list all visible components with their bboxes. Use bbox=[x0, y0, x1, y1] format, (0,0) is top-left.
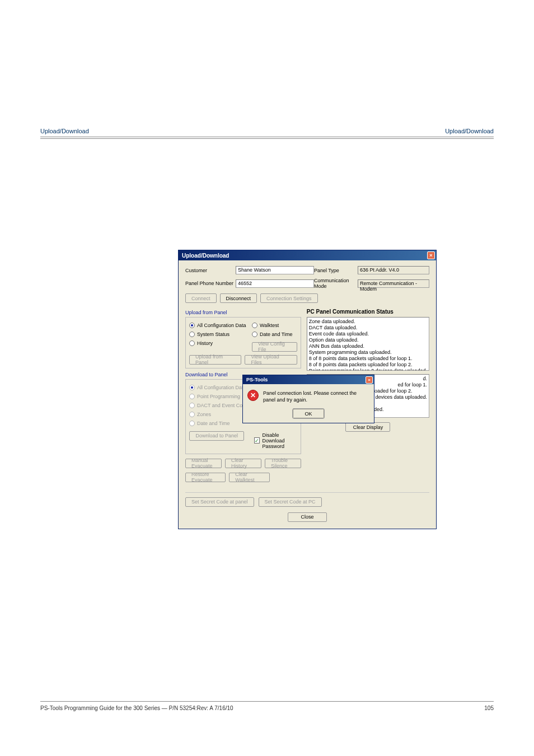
status-line: Event code data uploaded. bbox=[309, 331, 427, 337]
page-header: Upload/Download Upload/Download bbox=[40, 128, 494, 149]
radio-download-date-time bbox=[189, 421, 195, 426]
radio-download-date-time-label: Date and Time bbox=[197, 421, 230, 426]
restore-evacuate-button: Restore Evacuate bbox=[185, 473, 226, 482]
comm-mode-label: Communication Mode bbox=[314, 278, 358, 289]
close-button[interactable]: Close bbox=[288, 512, 327, 522]
view-config-file-button: View Config File bbox=[252, 342, 297, 352]
radio-history-label: History bbox=[197, 340, 213, 346]
radio-point-programming bbox=[189, 394, 195, 399]
panel-type-label: Panel Type bbox=[314, 268, 358, 273]
connection-settings-button: Connection Settings bbox=[260, 293, 318, 303]
window-title: Upload/Download bbox=[182, 253, 229, 259]
status-line: Zone data uploaded. bbox=[309, 319, 427, 325]
clear-walktest-button: Clear Walktest bbox=[229, 473, 269, 482]
manual-evacuate-button: Manual Evacuate bbox=[185, 459, 222, 468]
radio-system-status-label: System Status bbox=[197, 332, 229, 337]
upload-section-title: Upload from Panel bbox=[185, 310, 301, 315]
view-upload-files-button: View Upload Files bbox=[245, 355, 297, 365]
header-right: Upload/Download bbox=[445, 128, 494, 134]
upload-from-panel-button: Upload from Panel bbox=[189, 355, 241, 365]
radio-system-status[interactable] bbox=[189, 332, 195, 337]
messagebox-text: Panel connection lost. Please connect th… bbox=[263, 390, 369, 403]
status-box-1[interactable]: Zone data uploaded. DACT data uploaded. … bbox=[307, 317, 429, 371]
customer-label: Customer bbox=[185, 268, 236, 273]
radio-upload-date-time-label: Date and Time bbox=[260, 332, 293, 337]
comm-mode-value: Remote Communication - Modem bbox=[358, 279, 429, 288]
status-line: ANN Bus data uploaded. bbox=[309, 343, 427, 349]
radio-point-programming-label: Point Programming bbox=[197, 394, 240, 399]
download-to-panel-button: Download to Panel bbox=[189, 431, 244, 441]
radio-zones bbox=[189, 412, 195, 417]
phone-value: 46552 bbox=[236, 279, 314, 288]
clear-history-button: Clear History bbox=[225, 459, 261, 468]
page-footer: PS-Tools Programming Guide for the 300 S… bbox=[40, 701, 494, 711]
connect-button: Connect bbox=[185, 293, 217, 303]
set-secret-code-panel-button: Set Secret Code at panel bbox=[185, 497, 254, 507]
footer-right: 105 bbox=[484, 705, 494, 711]
radio-walktest[interactable] bbox=[252, 323, 257, 328]
radio-history[interactable] bbox=[189, 340, 195, 346]
radio-all-config-download bbox=[189, 385, 195, 390]
panel-type-value: 636 Pt Addr. V4.0 bbox=[358, 266, 429, 274]
status-title: PC Panel Communication Status bbox=[307, 309, 429, 315]
radio-all-config-upload-label: All Configuration Data bbox=[197, 323, 246, 328]
phone-label: Panel Phone Number bbox=[185, 281, 236, 286]
error-messagebox: PS-Tools × ✕ Panel connection lost. Plea… bbox=[242, 375, 374, 423]
disable-password-label: Disable Download Password bbox=[262, 432, 297, 449]
status-line: 8 of 8 points data packets uploaded for … bbox=[309, 356, 427, 362]
clear-display-button[interactable]: Clear Display bbox=[345, 422, 390, 432]
messagebox-ok-button[interactable]: OK bbox=[293, 409, 324, 418]
disconnect-button[interactable]: Disconnect bbox=[220, 293, 257, 303]
footer-left: PS-Tools Programming Guide for the 300 S… bbox=[40, 705, 233, 711]
messagebox-titlebar: PS-Tools × bbox=[243, 375, 374, 384]
status-line: Point programming for loop 2 devices dat… bbox=[309, 368, 427, 371]
trouble-silence-button: Trouble Silence bbox=[265, 459, 301, 468]
status-line: System programming data uploaded. bbox=[309, 349, 427, 356]
radio-walktest-label: Walktest bbox=[260, 323, 279, 328]
set-secret-code-pc-button: Set Secret Code at PC bbox=[259, 497, 322, 507]
radio-dact-event-codes bbox=[189, 403, 195, 408]
radio-all-config-download-label: All Configuration Data bbox=[197, 385, 246, 390]
disable-password-checkbox[interactable]: ✓ bbox=[254, 437, 260, 444]
radio-upload-date-time[interactable] bbox=[252, 332, 257, 337]
status-line: 8 of 8 points data packets uploaded for … bbox=[309, 362, 427, 368]
header-left: Upload/Download bbox=[40, 128, 89, 134]
radio-zones-label: Zones bbox=[197, 412, 211, 417]
status-line: DACT data uploaded. bbox=[309, 325, 427, 331]
messagebox-close-icon[interactable]: × bbox=[366, 376, 373, 384]
error-icon: ✕ bbox=[247, 390, 259, 401]
status-line: Option data uploaded. bbox=[309, 337, 427, 343]
close-icon[interactable]: × bbox=[427, 251, 435, 259]
titlebar: Upload/Download × bbox=[179, 250, 436, 260]
radio-all-config-upload[interactable] bbox=[189, 323, 195, 328]
messagebox-title: PS-Tools bbox=[246, 377, 268, 382]
customer-value: Shane Watson bbox=[236, 266, 314, 274]
upload-download-dialog: Upload/Download × Customer Shane Watson … bbox=[178, 250, 437, 529]
